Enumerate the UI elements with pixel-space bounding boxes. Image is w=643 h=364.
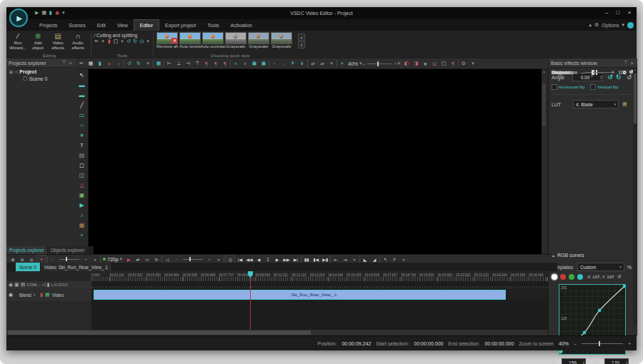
display-settings-caret-icon[interactable]: ▾ (469, 60, 477, 68)
slider-thumb[interactable] (592, 70, 593, 75)
paste-style-icon[interactable]: ▱ (318, 60, 327, 68)
canvas-zoom-menu-caret-icon[interactable]: ▾ (398, 61, 401, 66)
video-tool[interactable]: ▶ (77, 201, 87, 211)
shift-caret-icon[interactable]: ▾ (350, 256, 359, 263)
background-icon[interactable]: ■ (421, 60, 429, 68)
delete-icon[interactable]: × (105, 60, 114, 68)
gear-icon[interactable]: ⚙ (594, 22, 599, 28)
panel-scrollbar[interactable]: ▴ (633, 68, 637, 325)
collapse-ribbon-icon[interactable]: ▴ (589, 22, 592, 28)
style-grayscale-3[interactable]: Grayscale (271, 32, 292, 49)
tree-item-project[interactable]: ⊟ ⌂ Project (6, 68, 76, 75)
style-scroll-up-icon[interactable]: ▴ (298, 34, 305, 41)
menu-tab-tools[interactable]: Tools (201, 19, 224, 31)
plugin-tool[interactable]: ▦ (77, 221, 87, 231)
lut-dropdown[interactable]: 4. Blade ▾ (573, 100, 619, 108)
eye-icon[interactable]: ◉ (9, 292, 13, 298)
scroll-up-icon[interactable]: ▴ (543, 69, 545, 74)
crop-tool-icon[interactable]: ▢ (113, 39, 119, 44)
snap-grid-icon[interactable]: ▦ (154, 60, 163, 68)
rotate-ccw-icon[interactable]: ↺ (126, 39, 131, 44)
mode-caret-icon[interactable]: ▾ (399, 256, 408, 263)
speed-tool-icon[interactable]: ◷ (139, 39, 144, 44)
align-center-icon[interactable]: ⊥ (174, 60, 183, 68)
curve-reset-icon[interactable]: ↺ (617, 274, 622, 280)
close-button[interactable]: × (624, 7, 635, 18)
tab-scene-0[interactable]: Scene 0 (16, 263, 41, 271)
preview-refresh-icon[interactable]: ↻ (152, 256, 161, 263)
fit-selection-icon[interactable]: ▣ (259, 60, 268, 68)
menu-tab-activation[interactable]: Activation (225, 19, 258, 31)
tab-projects-explorer[interactable]: Projects explorer (6, 246, 48, 254)
close-panel-icon[interactable]: × (629, 61, 635, 66)
show-bounds-icon[interactable]: ◧ (402, 60, 411, 68)
fit-object-icon[interactable]: ▣ (250, 60, 259, 68)
text-marks-icon[interactable]: ¶ (449, 60, 457, 68)
canvas-zoom-minus-icon[interactable]: – (363, 61, 366, 66)
set-cursor-icon[interactable]: ↧ (264, 256, 272, 263)
show-all-bounds-icon[interactable]: ◨ (412, 60, 420, 68)
clip-color-icon[interactable]: ▮ (40, 292, 43, 298)
add-object-button[interactable]: ⊕ Add object (28, 32, 48, 51)
templates-dropdown[interactable]: Custom ▾ (577, 263, 624, 271)
lock-icon[interactable]: ▣ (14, 282, 19, 288)
split-tool-icon[interactable]: ▮ (106, 39, 112, 44)
style-scroll-down-icon[interactable]: ▾ (298, 41, 305, 49)
scroll-up-icon[interactable]: ▴ (634, 68, 636, 71)
cut-caret-icon[interactable]: ▾ (100, 39, 106, 44)
text-align-left-icon[interactable]: ¶ (202, 60, 211, 68)
move-bottom-icon[interactable]: ↡ (298, 60, 306, 68)
preview-quality-widget[interactable]: 720p ▾ (101, 256, 124, 262)
tl-zoom-selection-icon[interactable]: ◎ (27, 256, 36, 263)
undo-icon[interactable]: ↺ (125, 60, 134, 68)
eye-icon[interactable]: ◉ (9, 282, 13, 288)
delete-all-icon[interactable]: ○ (114, 60, 123, 68)
tl-scale-minus-icon[interactable]: – (49, 256, 57, 263)
move-down-icon[interactable]: ↓ (279, 60, 288, 68)
tree-item-scene-0[interactable]: ▢ Scene 0 (6, 75, 76, 82)
curve-point[interactable] (598, 309, 601, 313)
audio-effects-button[interactable]: ∩ Audio effects (68, 32, 88, 51)
channel-red-dot[interactable] (560, 274, 566, 280)
style-grayscale-1[interactable]: Grayscale (225, 32, 246, 49)
video-clip[interactable]: Ski_Run_Rear_View_ 1 (94, 290, 506, 300)
style-auto-contrast[interactable]: Auto contrast (202, 32, 224, 49)
channel-all-dot[interactable] (552, 274, 557, 280)
style-caret-icon[interactable]: ▾ (327, 60, 336, 68)
timeline-empty-area[interactable] (91, 301, 548, 330)
channel-blue-dot[interactable] (577, 274, 583, 280)
tab-video-clip[interactable]: Video: Ski_Run_Rear_View_ 1 (41, 263, 112, 271)
go-start-icon[interactable]: |◀ (236, 256, 244, 263)
tl-zoom-out-icon[interactable]: ⊖ (18, 256, 26, 263)
audio-tool[interactable]: ♪ (77, 211, 87, 221)
chart-tool[interactable]: ◫ (77, 171, 87, 181)
preview-range-icon[interactable]: ⇄ (134, 256, 142, 263)
image-tool[interactable]: ▣ (77, 191, 87, 201)
close-panel-icon[interactable]: × (67, 61, 74, 66)
counter-tool[interactable]: △ (77, 181, 87, 191)
in-spinbox[interactable]: 159 ▴▾ (562, 358, 586, 364)
preview-play-icon[interactable]: ▶ (124, 256, 133, 263)
slider-track[interactable] (585, 70, 610, 75)
cut-icon[interactable]: ✂ (77, 60, 86, 68)
fit-screen-icon[interactable]: + (241, 60, 249, 68)
shift-right-icon[interactable]: ⇥ (341, 256, 349, 263)
ellipse-tool[interactable]: ○ (77, 121, 87, 131)
align-top-icon[interactable]: ⊤ (193, 60, 201, 68)
shift-left-icon[interactable]: ⇤ (332, 256, 340, 263)
cut-tool-icon[interactable]: ✂ (94, 39, 99, 44)
canvas-zoom-slider[interactable] (366, 60, 393, 68)
free-shape-tool[interactable]: ∗ (77, 131, 87, 141)
style-grayscale-2[interactable]: Grayscale (248, 32, 269, 49)
style-auto-levels[interactable]: Auto levels (179, 32, 201, 49)
volume-plus-icon[interactable]: + (205, 256, 214, 263)
canvas-zoom-value[interactable]: 40% (347, 61, 359, 66)
options-button[interactable]: Options (602, 23, 619, 28)
align-right-icon[interactable]: ⊣ (184, 60, 192, 68)
prev-frame-icon[interactable]: ◀ (254, 256, 263, 263)
horizontal-flip-checkbox[interactable] (552, 84, 557, 90)
copy-icon[interactable]: ▦ (86, 60, 95, 68)
sprite-tool[interactable]: ▬ (77, 81, 87, 91)
next-keyframe-icon[interactable]: ▶▶ (282, 256, 291, 263)
tab-objects-explorer[interactable]: Objects explorer (48, 246, 88, 254)
